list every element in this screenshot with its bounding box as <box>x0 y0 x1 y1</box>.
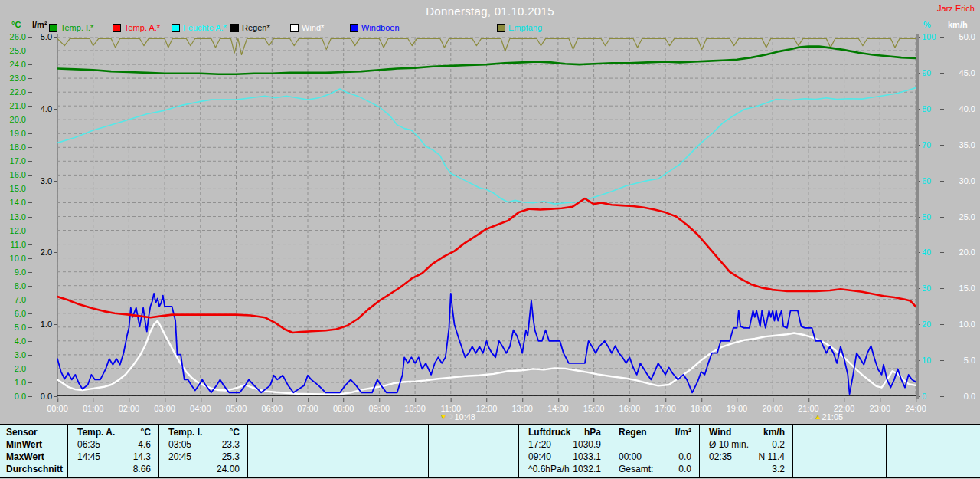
tick-x-label: 15:00 <box>583 404 605 413</box>
moon-icon: ☽ <box>447 413 453 421</box>
tick-c-label: 25.0 <box>0 46 26 55</box>
moonset-marker: ▼☽10:48 <box>439 412 475 422</box>
table-row <box>429 463 518 475</box>
tick-c-label: 18.0 <box>0 143 26 152</box>
table-column-empty-2 <box>247 425 338 477</box>
tick-c-label: 15.0 <box>0 184 26 193</box>
tick-x-label: 09:00 <box>369 404 390 413</box>
tick-c-label: 22.0 <box>0 87 26 97</box>
legend-item-regen: Regen* <box>230 23 270 32</box>
tick-c-label: 14.0 <box>0 198 26 207</box>
table-column-temp-a: Temp. A.°C06:354.614:4514.38.66 <box>67 425 158 477</box>
tick-x-label: 01:00 <box>83 404 104 413</box>
table-row: 00:000.0 <box>609 451 699 463</box>
tick-x-label: 06:00 <box>261 404 283 413</box>
tick-x-label: 19:00 <box>727 404 748 413</box>
table-cell-value: 8.66 <box>133 463 151 475</box>
page-title: Donnerstag, 01.10.2015 <box>0 5 980 18</box>
table-row: 24.00 <box>159 463 247 475</box>
table-row-label: MinWert <box>0 438 67 451</box>
table-row <box>887 451 980 463</box>
tick-c-label: 26.0 <box>0 32 26 41</box>
table-column-name: Wind <box>709 426 731 438</box>
tick-c-label: 17.0 <box>0 156 26 166</box>
tick-kmh-label: 10.0 <box>942 320 975 329</box>
tick-x-label: 14:00 <box>547 404 569 413</box>
empfang-swatch-icon <box>497 24 505 32</box>
table-column-empty-4 <box>428 425 518 477</box>
table-cell-time: Ø 10 min. <box>709 438 749 451</box>
table-cell-value: 24.00 <box>217 463 240 475</box>
table-column-header: Temp. A.°C <box>68 426 158 438</box>
table-row <box>338 438 428 451</box>
legend-item-temp-i: Temp. I.* <box>49 23 93 32</box>
moon-icon: ☽ <box>808 413 814 421</box>
tick-x-label: 20:00 <box>762 404 783 413</box>
tick-c-label: 6.0 <box>0 309 26 318</box>
tick-c-label: 2.0 <box>0 364 26 373</box>
table-column-wind: Windkm/hØ 10 min.0.202:35N 11.43.2 <box>699 425 792 477</box>
legend-label: Feuchte A.* <box>183 23 227 32</box>
table-cell-value: 3.2 <box>772 463 785 475</box>
table-row: 09:401033.1 <box>519 451 609 463</box>
table-row: 3.2 <box>700 463 792 475</box>
table-row <box>793 463 886 475</box>
table-row: 20:4525.3 <box>159 451 247 463</box>
legend-label: Windböen <box>361 23 400 32</box>
moonrise-marker: ☽▲21:05 <box>808 412 844 422</box>
table-column-empty-8 <box>792 425 886 477</box>
marker-time-label: 10:48 <box>454 412 475 422</box>
watermark-owner-name: Jarz Erich <box>937 4 975 13</box>
tick-x-label: 23:00 <box>870 404 891 413</box>
table-row <box>609 438 699 451</box>
tick-kmh-label: 15.0 <box>942 284 975 293</box>
windboeen-swatch-icon <box>350 24 358 32</box>
table-row: 02:35N 11.4 <box>700 451 792 463</box>
table-row <box>248 463 338 475</box>
tick-x-label: 07:00 <box>297 404 318 413</box>
arrow-up-icon: ▲ <box>815 413 822 421</box>
marker-time-label: 21:05 <box>822 412 844 422</box>
table-row <box>887 438 980 451</box>
table-cell-time: 09:40 <box>528 451 551 463</box>
table-row-label-text: Durchschnitt <box>6 463 63 475</box>
table-cell-time: 20:45 <box>168 451 191 463</box>
table-column-luftdruck: LuftdruckhPa17:201030.909:401033.1^0.6hP… <box>518 425 609 477</box>
chart-plot-area[interactable] <box>57 37 916 396</box>
table-column-temp-i: Temp. I.°C03:0523.320:4525.324.00 <box>158 425 247 477</box>
table-row <box>338 463 428 475</box>
legend-item-windboeen: Windböen <box>350 23 400 32</box>
table-row: 17:201030.9 <box>519 438 609 451</box>
tick-c-label: 20.0 <box>0 115 26 124</box>
tick-x-label: 24:00 <box>905 404 926 413</box>
table-row: Ø 10 min.0.2 <box>700 438 792 451</box>
tick-c-label: 10.0 <box>0 254 26 263</box>
table-row <box>793 438 886 451</box>
table-row: 8.66 <box>68 463 158 475</box>
table-column-header: Temp. I.°C <box>159 426 247 438</box>
tick-kmh-label: 0.0 <box>942 392 975 401</box>
table-cell-time: 03:05 <box>168 438 191 451</box>
table-cell-time: 17:20 <box>528 438 551 451</box>
tick-c-label: 23.0 <box>0 74 26 83</box>
legend-label: Regen* <box>242 23 270 32</box>
tick-x-label: 05:00 <box>226 404 247 413</box>
legend-label: Empfang <box>508 23 542 32</box>
tick-lm2-label: 1.0 <box>28 320 52 329</box>
table-row <box>338 451 428 463</box>
table-column-header <box>248 426 338 438</box>
tick-lm2-label: 5.0 <box>28 32 52 41</box>
legend-item-wind: Wind* <box>290 23 324 32</box>
table-column-header <box>429 426 518 438</box>
table-cell-value: 0.0 <box>678 463 691 475</box>
tick-x-label: 18:00 <box>691 404 712 413</box>
legend-item-empfang: Empfang <box>497 23 542 32</box>
tick-x-label: 16:00 <box>619 404 641 413</box>
table-column-header: Windkm/h <box>700 426 792 438</box>
series-empfang <box>57 38 916 54</box>
table-column-unit: °C <box>141 426 151 438</box>
tick-lm2-label: 0.0 <box>28 392 52 401</box>
table-column-unit: °C <box>230 426 240 438</box>
tick-c-label: 4.0 <box>0 336 26 346</box>
table-row-label: Sensor <box>0 426 67 438</box>
